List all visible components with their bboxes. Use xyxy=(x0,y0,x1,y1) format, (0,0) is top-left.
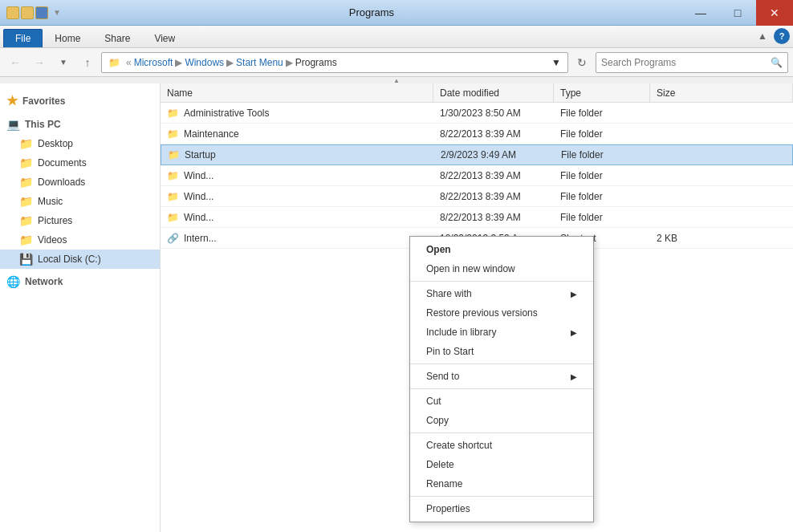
file-type: File folder xyxy=(554,165,650,185)
folder-icon: 📁 xyxy=(168,149,180,160)
table-row[interactable]: 📁 Wind... 8/22/2013 8:39 AM File folder xyxy=(161,186,793,207)
folder-icon: 📁 xyxy=(167,191,179,202)
back-button[interactable]: ← xyxy=(5,52,26,73)
sidebar-item-videos[interactable]: 📁 Videos xyxy=(0,230,160,250)
file-name: Startup xyxy=(185,149,216,160)
refresh-button[interactable]: ↻ xyxy=(571,52,592,73)
this-pc-header[interactable]: 💻 This PC xyxy=(0,115,160,134)
ctx-open-new-window[interactable]: Open in new window xyxy=(410,259,593,278)
sidebar-item-pictures[interactable]: 📁 Pictures xyxy=(0,211,160,230)
search-input[interactable] xyxy=(601,57,771,68)
ctx-send-to[interactable]: Send to ▶ xyxy=(410,367,593,386)
title-bar: ▼ Programs — □ ✕ xyxy=(0,0,793,26)
path-arrow-3: ▶ xyxy=(286,57,293,68)
toolbar-icon-3 xyxy=(35,6,48,19)
close-button[interactable]: ✕ xyxy=(756,0,793,26)
ctx-share-label: Share with xyxy=(426,288,472,299)
table-row[interactable]: 📁 Maintenance 8/22/2013 8:39 AM File fol… xyxy=(161,124,793,144)
path-part-programs[interactable]: Programs xyxy=(295,57,337,68)
ctx-include-library[interactable]: Include in library ▶ xyxy=(410,323,593,342)
maximize-button[interactable]: □ xyxy=(719,0,756,26)
col-header-type[interactable]: Type xyxy=(554,83,650,102)
drive-icon-c: 💾 xyxy=(19,253,33,266)
file-date: 2/9/2023 9:49 AM xyxy=(434,145,555,164)
ctx-restore-versions[interactable]: Restore previous versions xyxy=(410,303,593,323)
ctx-copy[interactable]: Copy xyxy=(410,411,593,430)
table-row[interactable]: 📁 Administrative Tools 1/30/2023 8:50 AM… xyxy=(161,103,793,124)
ctx-separator-4 xyxy=(410,433,593,433)
main-layout: ★ Favorites 💻 This PC 📁 Desktop 📁 Docume… xyxy=(0,83,793,532)
network-icon: 🌐 xyxy=(6,275,20,288)
col-header-size[interactable]: Size xyxy=(650,83,793,102)
ribbon-collapse-button[interactable]: ▲ xyxy=(754,28,771,44)
path-separator: « xyxy=(126,57,132,68)
network-header[interactable]: 🌐 Network xyxy=(0,272,160,291)
address-bar: ← → ▼ ↑ 📁 « Microsoft ▶ Windows ▶ Start … xyxy=(0,48,793,77)
path-icon: 📁 xyxy=(108,57,120,68)
tab-home[interactable]: Home xyxy=(43,29,92,47)
ctx-share-arrow: ▶ xyxy=(571,290,577,298)
this-pc-label: This PC xyxy=(25,119,61,130)
folder-icon: 📁 xyxy=(167,170,179,181)
sidebar-item-localc[interactable]: 💾 Local Disk (C:) xyxy=(0,250,160,269)
sidebar-item-downloads[interactable]: 📁 Downloads xyxy=(0,173,160,192)
folder-icon-downloads: 📁 xyxy=(19,176,33,189)
path-part-windows[interactable]: Windows xyxy=(185,57,224,68)
tab-share[interactable]: Share xyxy=(92,29,142,47)
address-path[interactable]: 📁 « Microsoft ▶ Windows ▶ Start Menu ▶ P… xyxy=(101,52,568,73)
ctx-library-arrow: ▶ xyxy=(571,328,577,337)
sidebar-item-music[interactable]: 📁 Music xyxy=(0,192,160,211)
ctx-open[interactable]: Open xyxy=(410,240,593,259)
folder-icon-pictures: 📁 xyxy=(19,214,33,227)
ctx-create-shortcut[interactable]: Create shortcut xyxy=(410,436,593,455)
toolbar-icon-1 xyxy=(6,6,19,19)
search-box[interactable]: 🔍 xyxy=(596,52,788,73)
tab-view[interactable]: View xyxy=(142,29,187,47)
sidebar-item-documents[interactable]: 📁 Documents xyxy=(0,153,160,173)
ctx-separator-3 xyxy=(410,388,593,389)
ctx-share-with[interactable]: Share with ▶ xyxy=(410,284,593,303)
table-row[interactable]: 📁 Wind... 8/22/2013 8:39 AM File folder xyxy=(161,165,793,186)
file-name: Maintenance xyxy=(184,128,239,140)
ctx-properties[interactable]: Properties xyxy=(410,499,593,518)
search-icon: 🔍 xyxy=(771,57,783,68)
table-row[interactable]: 📁 Wind... 8/22/2013 8:39 AM File folder xyxy=(161,207,793,228)
sidebar-label-videos: Videos xyxy=(38,234,67,246)
folder-icon: 📁 xyxy=(167,212,179,223)
sidebar-item-desktop[interactable]: 📁 Desktop xyxy=(0,134,160,153)
ctx-separator-2 xyxy=(410,363,593,364)
favorites-header[interactable]: ★ Favorites xyxy=(0,90,160,112)
forward-button[interactable]: → xyxy=(29,52,50,73)
file-size xyxy=(650,124,793,144)
path-part-microsoft[interactable]: Microsoft xyxy=(134,57,173,68)
help-button[interactable]: ? xyxy=(774,28,790,44)
ctx-separator-5 xyxy=(410,496,593,497)
file-name: Wind... xyxy=(184,212,214,223)
path-part-startmenu[interactable]: Start Menu xyxy=(236,57,283,68)
tab-file[interactable]: File xyxy=(3,29,43,47)
dropdown-button[interactable]: ▼ xyxy=(53,52,74,73)
file-list-header: Name Date modified Type Size xyxy=(161,83,793,103)
ctx-cut[interactable]: Cut xyxy=(410,392,593,411)
toolbar-dropdown[interactable]: ▼ xyxy=(53,8,61,17)
ctx-pin-start[interactable]: Pin to Start xyxy=(410,342,593,361)
ctx-delete[interactable]: Delete xyxy=(410,455,593,474)
ctx-rename[interactable]: Rename xyxy=(410,474,593,493)
ctx-sendto-arrow: ▶ xyxy=(571,372,577,381)
sidebar-label-localc: Local Disk (C:) xyxy=(38,254,101,265)
col-header-name[interactable]: Name xyxy=(161,83,433,102)
col-header-date[interactable]: Date modified xyxy=(433,83,554,102)
minimize-button[interactable]: — xyxy=(682,0,719,26)
sidebar-label-pictures: Pictures xyxy=(38,215,72,226)
file-name: Administrative Tools xyxy=(184,108,270,119)
folder-icon: 📁 xyxy=(167,108,179,119)
file-date: 8/22/2013 8:39 AM xyxy=(433,124,554,144)
file-name: Wind... xyxy=(184,170,214,181)
path-arrow-1: ▶ xyxy=(175,57,182,68)
title-bar-left: ▼ xyxy=(6,6,61,19)
context-menu: Open Open in new window Share with ▶ Res… xyxy=(409,236,594,522)
up-button[interactable]: ↑ xyxy=(77,52,98,73)
path-expand[interactable]: ▼ xyxy=(551,57,561,68)
table-row-selected[interactable]: 📁 Startup 2/9/2023 9:49 AM File folder xyxy=(161,144,793,165)
file-date: 8/22/2013 8:39 AM xyxy=(433,186,554,206)
